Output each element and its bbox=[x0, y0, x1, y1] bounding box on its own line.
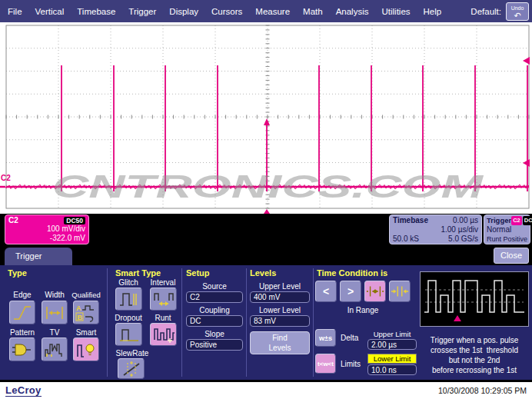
type-section-label: Type bbox=[8, 268, 27, 278]
runt-diagram bbox=[421, 272, 528, 326]
menu-math[interactable]: Math bbox=[303, 7, 323, 16]
lower-limit-label[interactable]: Lower Limit bbox=[367, 354, 417, 364]
trigger-coupling-badge: DC bbox=[523, 216, 532, 225]
slope-field[interactable]: Positive bbox=[186, 339, 243, 351]
glitch-label: Glitch bbox=[111, 278, 145, 287]
menu-trigger[interactable]: Trigger bbox=[128, 7, 156, 16]
runt-diagram-box bbox=[420, 271, 529, 327]
trigger-descriptor[interactable]: Trigger C2 DC Normal Runt Positive bbox=[484, 214, 530, 244]
menu-timebase[interactable]: Timebase bbox=[77, 7, 115, 16]
menu-help[interactable]: Help bbox=[424, 7, 442, 16]
limits-button[interactable]: t<w<t bbox=[315, 354, 336, 374]
undo-button[interactable]: Undo ↶ bbox=[506, 2, 529, 21]
trigger-level-marker[interactable] bbox=[523, 159, 530, 167]
timebase-scale: 1.00 µs/div bbox=[441, 225, 478, 234]
runt-label: Runt bbox=[146, 314, 180, 322]
in-range-button[interactable] bbox=[364, 281, 386, 302]
trigger-description-line: crosses the 1st threshold bbox=[418, 346, 530, 354]
trigger-slope: Positive bbox=[503, 234, 527, 244]
menu-file[interactable]: File bbox=[8, 7, 22, 16]
edge-label: Edge bbox=[7, 291, 38, 299]
trigger-level-marker[interactable] bbox=[523, 57, 530, 65]
default-label: Default: bbox=[470, 7, 501, 16]
menu-display[interactable]: Display bbox=[169, 7, 198, 16]
setup-section-label: Setup bbox=[186, 268, 210, 278]
waveform-grid[interactable]: CNTRONICS.COMC2 bbox=[0, 22, 532, 214]
in-range-icon bbox=[365, 283, 385, 300]
width-trigger-button[interactable] bbox=[42, 301, 68, 324]
pattern-trigger-button[interactable] bbox=[9, 337, 35, 361]
trigger-description-line: Trigger when a pos. pulse bbox=[418, 336, 530, 344]
trigger-type: Runt bbox=[487, 234, 501, 244]
source-field[interactable]: C2 bbox=[186, 291, 243, 303]
slewrate-button[interactable] bbox=[118, 358, 145, 379]
interval-icon bbox=[153, 290, 175, 308]
smart-trigger-button[interactable] bbox=[73, 337, 99, 361]
lower-level-label: Lower Level bbox=[250, 306, 310, 314]
width-label: Width bbox=[39, 291, 70, 299]
runt-icon bbox=[153, 325, 175, 344]
dropout-icon bbox=[118, 325, 140, 344]
separator bbox=[313, 268, 314, 377]
limits-label: Limits bbox=[341, 360, 361, 368]
trigger-dialog: Trigger Close Type Edge Width Qualified bbox=[0, 246, 532, 380]
qualified-trigger-button[interactable]: A B bbox=[73, 301, 99, 324]
coupling-field[interactable]: DC bbox=[186, 315, 243, 327]
oscilloscope-screen: File Vertical Timebase Trigger Display C… bbox=[0, 0, 532, 399]
undo-icon: ↶ bbox=[507, 12, 528, 20]
upper-level-field[interactable]: 400 mV bbox=[250, 291, 310, 303]
out-of-range-button[interactable] bbox=[389, 281, 411, 302]
trigger-description-line: but not the 2nd bbox=[418, 356, 530, 364]
timebase-samples: 50.0 kS bbox=[393, 234, 419, 244]
qualified-label: Qualified bbox=[66, 291, 106, 299]
edge-trigger-button[interactable] bbox=[9, 301, 35, 324]
svg-text:B: B bbox=[78, 313, 83, 321]
trigger-dialog-body: Type Edge Width Qualified A B bbox=[0, 265, 532, 380]
pattern-icon bbox=[12, 341, 33, 359]
svg-text:A: A bbox=[76, 304, 81, 312]
dropout-label: Dropout bbox=[111, 314, 145, 322]
timebase-title: Timebase bbox=[393, 216, 428, 225]
delta-label: Delta bbox=[341, 334, 358, 342]
delta-button[interactable]: w±s bbox=[315, 329, 336, 347]
timebase-descriptor[interactable]: Timebase 0.00 µs 1.00 µs/div 50.0 kS 5.0… bbox=[389, 214, 482, 244]
coupling-label: Coupling bbox=[186, 306, 243, 314]
lower-level-field[interactable]: 83 mV bbox=[250, 315, 310, 327]
width-icon bbox=[44, 304, 65, 322]
channel-c2-descriptor[interactable]: C2 DC50 100 mV/div -322.0 mV bbox=[5, 214, 89, 244]
upper-limit-field[interactable]: 2.00 µs bbox=[367, 339, 417, 350]
find-levels-button[interactable]: Find Levels bbox=[250, 331, 310, 354]
datetime-text: 10/30/2008 10:29:05 PM bbox=[438, 386, 527, 395]
runt-button[interactable] bbox=[150, 323, 177, 346]
descriptor-row: C2 DC50 100 mV/div -322.0 mV Timebase 0.… bbox=[0, 214, 532, 246]
c2-volts-per-div: 100 mV/div bbox=[8, 224, 85, 234]
timebase-delay: 0.00 µs bbox=[453, 216, 478, 225]
qualified-icon: A B bbox=[75, 304, 97, 322]
close-button[interactable]: Close bbox=[494, 248, 529, 264]
menu-measure[interactable]: Measure bbox=[255, 7, 290, 16]
menu-cursors[interactable]: Cursors bbox=[211, 7, 242, 16]
scope-display[interactable]: CNTRONICS.COMC2 bbox=[0, 22, 532, 214]
separator bbox=[246, 268, 247, 377]
trigger-mode: Normal bbox=[487, 225, 511, 234]
trigger-description-line: before recrossing the 1st bbox=[418, 366, 530, 374]
lower-limit-field[interactable]: 10.0 ns bbox=[367, 364, 417, 375]
pattern-label: Pattern bbox=[7, 328, 38, 337]
greater-than-button[interactable]: > bbox=[340, 281, 361, 302]
glitch-button[interactable] bbox=[115, 288, 142, 311]
interval-button[interactable] bbox=[150, 288, 177, 311]
status-bar: LeCroy 10/30/2008 10:29:05 PM bbox=[0, 380, 532, 399]
smart-label: Smart bbox=[71, 328, 101, 337]
slewrate-label: SlewRate bbox=[111, 349, 153, 357]
trigger-title: Trigger bbox=[487, 216, 511, 225]
tv-trigger-button[interactable] bbox=[42, 337, 68, 361]
tab-trigger[interactable]: Trigger bbox=[5, 248, 72, 265]
channel-axis-label: C2 bbox=[1, 174, 11, 182]
menu-vertical[interactable]: Vertical bbox=[35, 7, 65, 16]
menu-analysis[interactable]: Analysis bbox=[336, 7, 369, 16]
menu-utilities[interactable]: Utilities bbox=[381, 7, 410, 16]
interval-label: Interval bbox=[146, 278, 180, 287]
dropout-button[interactable] bbox=[115, 323, 142, 346]
less-than-button[interactable]: < bbox=[315, 281, 337, 302]
separator bbox=[181, 268, 182, 377]
